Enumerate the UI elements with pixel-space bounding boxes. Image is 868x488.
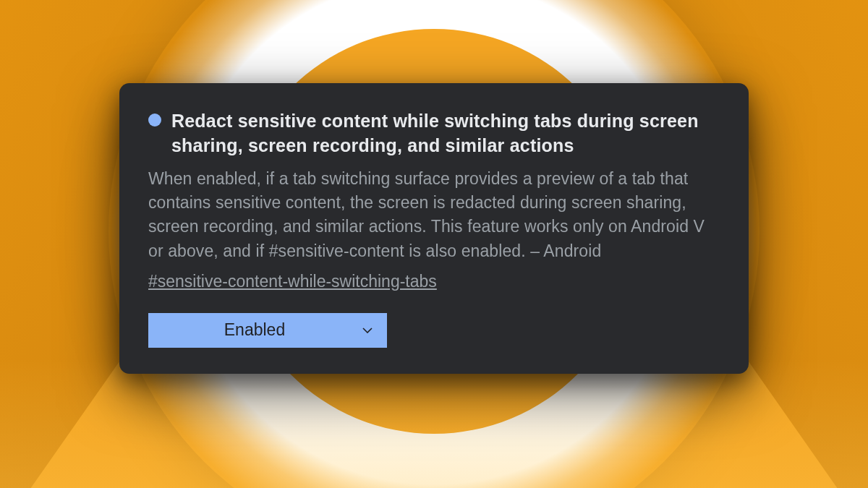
flag-title-row: Redact sensitive content while switching… (148, 109, 720, 158)
chevron-down-icon (361, 324, 374, 337)
dropdown-selected-value: Enabled (148, 320, 361, 340)
flag-card: Redact sensitive content while switching… (119, 83, 749, 374)
flag-anchor-link[interactable]: #sensitive-content-while-switching-tabs (148, 272, 437, 291)
flag-title: Redact sensitive content while switching… (171, 109, 720, 158)
status-dot-icon (148, 114, 161, 127)
flag-description: When enabled, if a tab switching surface… (148, 167, 720, 263)
flag-state-dropdown[interactable]: Enabled (148, 313, 387, 348)
bg-shape (0, 358, 868, 488)
